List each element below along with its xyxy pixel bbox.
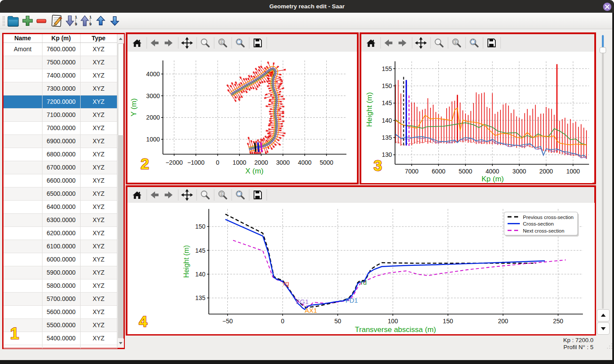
svg-text:6000: 6000: [432, 168, 445, 175]
svg-text:135: 135: [382, 134, 392, 141]
svg-text:Height (m): Height (m): [183, 245, 190, 278]
svg-text:5000: 5000: [459, 168, 472, 175]
svg-text:150: 150: [443, 318, 453, 325]
svg-text:250: 250: [553, 318, 564, 325]
svg-text:135: 135: [195, 294, 206, 301]
svg-text:−50: −50: [222, 318, 233, 325]
svg-text:1000: 1000: [566, 168, 580, 175]
svg-text:150: 150: [195, 223, 206, 230]
svg-text:4000: 4000: [298, 159, 311, 166]
svg-text:1000: 1000: [233, 159, 246, 166]
svg-text:2000: 2000: [254, 159, 268, 166]
svg-text:rg: rg: [283, 279, 289, 287]
svg-text:50: 50: [334, 318, 341, 325]
svg-text:2000: 2000: [540, 168, 553, 175]
svg-text:Kp (m): Kp (m): [482, 175, 504, 183]
svg-text:4: 4: [139, 313, 148, 330]
svg-text:4000: 4000: [146, 71, 160, 78]
svg-text:5000: 5000: [320, 159, 333, 166]
svg-text:Previous cross-section: Previous cross-section: [523, 215, 574, 220]
svg-text:1: 1: [75, 15, 77, 19]
svg-text:155: 155: [382, 65, 392, 72]
svg-text:200: 200: [498, 318, 508, 325]
svg-text:145: 145: [195, 247, 206, 254]
svg-text:0: 0: [281, 318, 285, 325]
svg-text:100: 100: [388, 318, 398, 325]
svg-text:3000: 3000: [276, 159, 290, 166]
svg-text:Transverse abscissa (m): Transverse abscissa (m): [355, 325, 436, 334]
svg-text:9: 9: [89, 22, 92, 26]
svg-text:Height (m): Height (m): [365, 92, 374, 127]
svg-text:4000: 4000: [486, 168, 499, 175]
svg-text:−1000: −1000: [187, 159, 205, 166]
svg-text:−2000: −2000: [166, 159, 183, 166]
svg-text:X (m): X (m): [245, 167, 264, 175]
svg-text:3000: 3000: [146, 92, 160, 99]
svg-text:Next cross-section: Next cross-section: [523, 228, 565, 233]
svg-text:Y (m): Y (m): [130, 98, 138, 116]
svg-text:1: 1: [89, 15, 92, 19]
svg-text:Cross-section: Cross-section: [523, 221, 554, 226]
svg-text:rd: rd: [361, 279, 367, 286]
svg-text:3000: 3000: [512, 168, 526, 175]
svg-text:150: 150: [382, 82, 392, 89]
svg-text:0: 0: [216, 159, 219, 166]
svg-text:1000: 1000: [146, 136, 160, 143]
svg-text:7000: 7000: [405, 168, 418, 175]
svg-text:9: 9: [75, 22, 77, 26]
svg-text:AX1: AX1: [305, 307, 317, 314]
svg-text:FD1: FD1: [346, 297, 358, 304]
svg-text:2000: 2000: [146, 114, 160, 121]
svg-text:140: 140: [195, 271, 206, 278]
svg-text:145: 145: [382, 99, 392, 106]
svg-text:2: 2: [141, 155, 149, 172]
svg-text:130: 130: [382, 151, 392, 158]
svg-text:140: 140: [382, 117, 392, 124]
svg-text:3: 3: [374, 157, 382, 174]
svg-text:FG1: FG1: [296, 298, 309, 305]
